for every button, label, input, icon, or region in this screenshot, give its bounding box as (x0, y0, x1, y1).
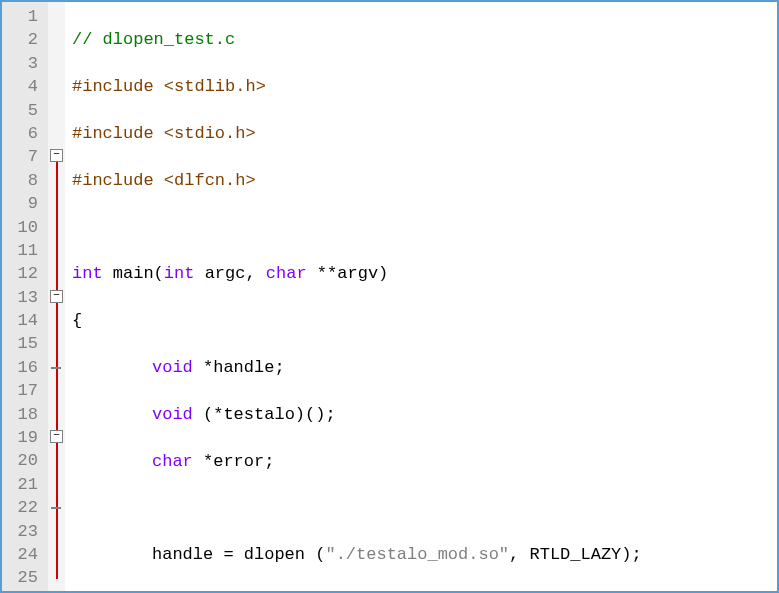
type-kw: void (152, 358, 193, 377)
fold-toggle[interactable]: − (50, 290, 63, 303)
code-line: #include <stdlib.h> (72, 75, 777, 98)
line-number: 23 (8, 520, 38, 543)
code-line: #include <dlfcn.h> (72, 169, 777, 192)
code-line: // dlopen_test.c (72, 28, 777, 51)
code-text: *handle; (193, 358, 285, 377)
code-text: (*testalo)(); (193, 405, 336, 424)
brace: { (72, 311, 82, 330)
type-kw: int (164, 264, 195, 283)
comment: // dlopen_test.c (72, 30, 235, 49)
fold-column: − − − (48, 2, 66, 591)
preprocessor: #include (72, 77, 164, 96)
line-number: 13 (8, 286, 38, 309)
line-number: 17 (8, 379, 38, 402)
line-number: 25 (8, 566, 38, 589)
code-text: main( (103, 264, 164, 283)
header: <dlfcn.h> (164, 171, 256, 190)
line-number: 16 (8, 356, 38, 379)
line-number: 4 (8, 75, 38, 98)
type-kw: int (72, 264, 103, 283)
fold-toggle[interactable]: − (50, 149, 63, 162)
code-text: handle = dlopen ( (152, 545, 325, 564)
preprocessor: #include (72, 171, 164, 190)
line-number: 6 (8, 122, 38, 145)
line-number: 2 (8, 28, 38, 51)
line-number: 18 (8, 403, 38, 426)
line-number: 11 (8, 239, 38, 262)
line-number: 1 (8, 5, 38, 28)
fold-toggle[interactable]: − (50, 430, 63, 443)
code-line: void (*testalo)(); (72, 403, 777, 426)
line-number: 5 (8, 99, 38, 122)
code-line: #include <stdio.h> (72, 122, 777, 145)
fold-bracket-line (56, 151, 58, 578)
code-line: char *error; (72, 450, 777, 473)
code-line: { (72, 309, 777, 332)
code-text: **argv) (307, 264, 389, 283)
fold-end-marker (51, 367, 61, 369)
type-kw: char (266, 264, 307, 283)
code-text: *error; (193, 452, 275, 471)
line-number: 24 (8, 543, 38, 566)
code-line (72, 216, 777, 239)
line-number: 9 (8, 192, 38, 215)
line-number: 22 (8, 496, 38, 519)
line-number: 21 (8, 473, 38, 496)
code-text: , RTLD_LAZY); (509, 545, 642, 564)
line-number: 3 (8, 52, 38, 75)
line-number: 10 (8, 216, 38, 239)
fold-end-marker (51, 507, 61, 509)
code-editor: 1 2 3 4 5 6 7 8 9 10 11 12 13 14 15 16 1… (2, 2, 777, 591)
line-number: 14 (8, 309, 38, 332)
preprocessor: #include (72, 124, 164, 143)
line-number-gutter: 1 2 3 4 5 6 7 8 9 10 11 12 13 14 15 16 1… (2, 2, 48, 591)
string-literal: "./testalo_mod.so" (325, 545, 509, 564)
line-number: 8 (8, 169, 38, 192)
code-text: argc, (194, 264, 265, 283)
line-number: 20 (8, 449, 38, 472)
line-number: 7 (8, 145, 38, 168)
code-line (72, 496, 777, 519)
header: <stdio.h> (164, 124, 256, 143)
line-number: 19 (8, 426, 38, 449)
header: <stdlib.h> (164, 77, 266, 96)
code-area[interactable]: // dlopen_test.c #include <stdlib.h> #in… (66, 2, 777, 591)
type-kw: void (152, 405, 193, 424)
code-line: int main(int argc, char **argv) (72, 262, 777, 285)
code-line: void *handle; (72, 356, 777, 379)
code-line: handle = dlopen ("./testalo_mod.so", RTL… (72, 543, 777, 566)
line-number: 15 (8, 332, 38, 355)
line-number: 12 (8, 262, 38, 285)
type-kw: char (152, 452, 193, 471)
